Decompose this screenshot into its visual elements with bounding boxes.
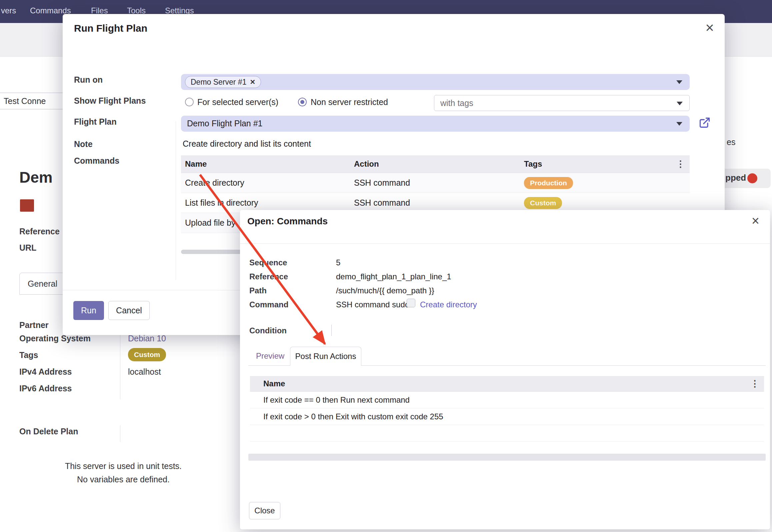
flight-plan-select[interactable]: Demo Flight Plan #1 — [181, 116, 690, 132]
reference-value: demo_flight_plan_1_plan_line_1 — [336, 272, 451, 281]
table-row-empty — [250, 425, 764, 442]
flight-plan-value: Demo Flight Plan #1 — [187, 119, 263, 128]
server-color-swatch — [20, 199, 34, 212]
run-button[interactable]: Run — [73, 301, 104, 320]
radio-dot-icon — [300, 100, 304, 104]
modal-title: Open: Commands — [247, 216, 328, 227]
post-run-actions-table: Name ⋮ If exit code == 0 then Run next c… — [250, 376, 764, 442]
operating-system-label: Operating System — [19, 334, 91, 343]
chevron-down-icon — [677, 102, 683, 105]
server-tag-chip[interactable]: Demo Server #1 ✕ — [185, 76, 261, 88]
column-header-tags[interactable]: Tags — [524, 159, 690, 169]
path-label: Path — [249, 286, 267, 295]
sequence-label: Sequence — [249, 258, 287, 267]
screen: vers Commands Files Tools Settings Test … — [0, 0, 772, 532]
right-text-fragment: es — [727, 137, 735, 147]
cell-action: SSH command — [354, 178, 524, 188]
sequence-value: 5 — [336, 258, 340, 267]
remove-tag-icon[interactable]: ✕ — [250, 78, 255, 86]
cell-name: Create directory — [181, 178, 354, 188]
command-checkbox[interactable] — [407, 299, 415, 307]
ipv4-value: localhost — [128, 367, 161, 377]
command-label: Command — [249, 300, 288, 309]
table-scrollbar-track — [248, 454, 766, 461]
tag-badge-custom: Custom — [524, 197, 562, 209]
tag-badge-production: Production — [524, 177, 573, 189]
server-page-title: Dem — [19, 168, 53, 186]
table-row[interactable]: If exit code > 0 then Exit with custom e… — [250, 408, 764, 425]
external-link-icon[interactable] — [699, 117, 711, 129]
url-label: URL — [19, 243, 36, 253]
close-icon[interactable]: × — [752, 213, 759, 228]
condition-field-separator — [331, 325, 332, 336]
column-options-icon[interactable]: ⋮ — [676, 159, 685, 169]
radio-for-selected-servers[interactable] — [185, 98, 194, 106]
show-flight-plans-label: Show Flight Plans — [74, 96, 146, 106]
tab-general[interactable]: General — [19, 273, 65, 295]
cancel-button[interactable]: Cancel — [108, 301, 150, 320]
commands-label: Commands — [74, 156, 119, 166]
close-icon[interactable]: × — [705, 19, 714, 36]
cell-name: List files in directory — [181, 198, 354, 208]
ipv4-label: IPv4 Address — [19, 367, 72, 377]
run-on-label: Run on — [74, 75, 103, 85]
cell-name: If exit code > 0 then Exit with custom e… — [263, 412, 443, 421]
table-row[interactable]: Create directory SSH command Production — [181, 173, 690, 193]
column-options-icon[interactable]: ⋮ — [750, 378, 759, 389]
close-button[interactable]: Close — [249, 502, 280, 519]
command-value: SSH command sudo — [336, 300, 409, 309]
ipv6-label: IPv6 Address — [19, 384, 72, 393]
chevron-down-icon — [676, 122, 682, 126]
column-header-name[interactable]: Name — [181, 159, 354, 169]
post-run-actions-table-header: Name ⋮ — [250, 376, 764, 392]
reference-label: Reference — [19, 227, 60, 236]
label-content-separator — [176, 121, 176, 280]
server-note: This server is used in unit tests. No va… — [30, 459, 217, 486]
radio-for-selected-servers-label: For selected server(s) — [197, 97, 278, 107]
radio-non-server-restricted[interactable] — [298, 98, 307, 106]
cell-action: SSH command — [354, 198, 524, 208]
modal-header-divider — [240, 243, 770, 244]
commands-table-header: Name Action Tags ⋮ — [181, 155, 690, 173]
column-header-action[interactable]: Action — [354, 159, 524, 169]
run-on-multiselect[interactable]: Demo Server #1 ✕ — [181, 74, 690, 90]
path-value: /such/much/{{ demo_path }} — [336, 286, 434, 295]
radio-non-server-restricted-label: Non server restricted — [311, 97, 388, 107]
operating-system-value-link[interactable]: Debian 10 — [128, 334, 166, 343]
with-tags-placeholder: with tags — [440, 98, 473, 108]
modal-title: Run Flight Plan — [74, 23, 147, 34]
column-header-name[interactable]: Name — [263, 379, 285, 388]
tab-preview[interactable]: Preview — [256, 351, 284, 361]
condition-label: Condition — [249, 326, 287, 335]
table-row[interactable]: If exit code == 0 then Run next command — [250, 392, 764, 408]
server-status-label: pped — [725, 173, 746, 183]
chevron-down-icon — [676, 80, 682, 84]
partner-label: Partner — [19, 320, 49, 330]
nav-item-servers[interactable]: vers — [1, 0, 16, 23]
flight-plan-label: Flight Plan — [74, 117, 117, 127]
test-connection-button[interactable]: Test Conne — [0, 93, 65, 109]
tags-badge: Custom — [128, 348, 166, 361]
note-label: Note — [74, 139, 93, 149]
with-tags-select[interactable]: with tags — [434, 95, 690, 111]
tab-post-run-actions[interactable]: Post Run Actions — [290, 347, 361, 366]
form-separator — [120, 425, 120, 442]
status-dot-icon — [747, 173, 757, 183]
cell-name: If exit code == 0 then Run next command — [263, 395, 410, 405]
server-note-line2: No variables are defined. — [30, 473, 217, 486]
tags-label: Tags — [19, 350, 38, 360]
open-commands-modal: Open: Commands × Sequence 5 Reference de… — [240, 210, 770, 529]
on-delete-plan-label: On Delete Plan — [19, 427, 78, 436]
create-directory-link[interactable]: Create directory — [420, 300, 477, 309]
server-note-line1: This server is used in unit tests. — [30, 459, 217, 473]
server-tag-label: Demo Server #1 — [191, 78, 246, 87]
note-value: Create directory and list its content — [183, 139, 311, 149]
reference-label: Reference — [249, 272, 288, 281]
